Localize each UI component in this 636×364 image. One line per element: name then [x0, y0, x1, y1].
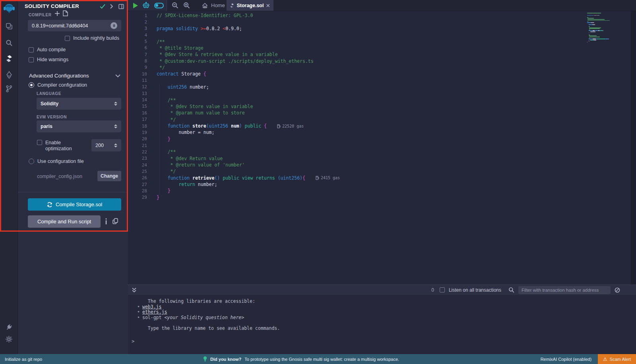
code-line[interactable]: 26 function retrieve() public view retur… [128, 175, 584, 181]
transaction-filter-input[interactable] [518, 286, 611, 294]
include-nightly-label: Include nightly builds [73, 35, 119, 41]
code-editor[interactable]: 1// SPDX-License-Identifier: GPL-3.023pr… [128, 11, 636, 285]
compile-and-run-label: Compile and Run script [37, 219, 91, 225]
code-line[interactable]: 23 * @dev Return value [128, 155, 584, 162]
solidity-compiler-icon[interactable] [0, 52, 18, 65]
compiler-configuration-radio[interactable] [29, 82, 34, 88]
code-line[interactable]: 27 return number; [128, 181, 584, 188]
scam-alert-badge[interactable]: ⚠ Scam Alert [598, 354, 636, 364]
line-number: 2 [128, 19, 147, 25]
deploy-run-icon[interactable] [0, 68, 18, 81]
code-line[interactable]: 20 } [128, 136, 584, 142]
code-line[interactable]: 21 [128, 142, 584, 149]
search-icon[interactable] [0, 36, 18, 50]
clear-terminal-icon[interactable] [615, 287, 620, 293]
code-line[interactable]: 4 [128, 32, 584, 38]
code-line[interactable]: 12 uint256 number; [128, 84, 584, 90]
language-select[interactable]: Solidity [37, 98, 121, 110]
code-line[interactable]: 6 * @title Storage [128, 45, 584, 51]
compiler-version-select[interactable]: 0.8.19+commit.7dd6d404 [28, 20, 121, 31]
code-line[interactable]: 28 } [128, 188, 584, 194]
code-line[interactable]: 8 * @custom:dev-run-script ./scripts/dep… [128, 58, 584, 64]
code-line[interactable]: 5/** [128, 38, 584, 45]
terminal-link[interactable]: ethers.js [142, 309, 167, 315]
runs-spinner-icon[interactable] [114, 143, 117, 147]
copilot-status[interactable]: RemixAI Copilot (enabled) [541, 357, 591, 362]
tab-storage-sol[interactable]: Storage.sol [227, 0, 273, 11]
close-tab-icon[interactable] [266, 4, 270, 8]
terminal-link[interactable]: web3.js [142, 304, 161, 310]
code-line[interactable]: 25 */ [128, 168, 584, 174]
code-line[interactable]: 14 /** [128, 97, 584, 103]
settings-gear-icon[interactable] [0, 332, 18, 346]
editor-tab-bar: Home Storage.sol [128, 0, 636, 11]
terminal-line: •sol-gpt <your Solidity question here> [142, 315, 628, 321]
editor-zoom-controls: Home [167, 0, 225, 11]
code-line[interactable]: 18 function store(uint256 num) public {2… [128, 123, 584, 129]
code-line[interactable]: 7 * @dev Store & retrieve value in a var… [128, 51, 584, 58]
minimap[interactable] [587, 13, 630, 43]
evm-version-select[interactable]: paris [37, 120, 121, 132]
chevron-down-icon[interactable] [115, 74, 120, 77]
auto-compile-checkbox[interactable] [29, 47, 34, 52]
git-init-status[interactable]: Initialize as git repo [0, 357, 42, 362]
info-icon[interactable] [105, 218, 107, 225]
remix-logo[interactable] [0, 2, 18, 16]
line-number: 26 [128, 175, 147, 180]
use-config-file-row: Use configuration file [29, 159, 84, 164]
git-icon[interactable] [0, 82, 18, 95]
expand-terminal-icon[interactable] [132, 287, 137, 293]
line-number: 6 [128, 45, 147, 50]
hide-warnings-checkbox[interactable] [29, 57, 34, 62]
optimization-runs-input[interactable]: 200 [91, 139, 121, 151]
evm-version-value: paris [41, 124, 114, 129]
code-line[interactable]: 2 [128, 19, 584, 25]
code-line[interactable]: 17 */ [128, 116, 584, 123]
did-you-know-tip: Did you know? To prototype using the Gno… [203, 356, 399, 362]
copilot-toggle[interactable] [154, 3, 164, 8]
terminal-output[interactable]: The following libraries are accessible:•… [142, 299, 628, 331]
code-line[interactable]: 10contract Storage { [128, 71, 584, 77]
code-line[interactable]: 3pragma solidity >=0.8.2 <0.9.0; [128, 25, 584, 32]
listen-transactions-checkbox[interactable] [440, 287, 445, 292]
file-explorer-icon[interactable] [0, 19, 18, 33]
code-line[interactable]: 24 * @return value of 'number' [128, 162, 584, 168]
line-number: 9 [128, 65, 147, 70]
code-line[interactable]: 15 * @dev Store value in variable [128, 103, 584, 110]
plugin-manager-icon[interactable] [0, 320, 18, 334]
terminal-search-icon[interactable] [508, 287, 514, 293]
compile-and-run-button[interactable]: Compile and Run script [28, 215, 101, 228]
run-script-play-button[interactable] [133, 3, 138, 8]
evm-version-label: EVM VERSION [37, 115, 67, 119]
warning-icon: ⚠ [603, 356, 607, 362]
enable-optimization-checkbox[interactable] [37, 140, 42, 145]
code-line[interactable]: 16 * @param num value to store [128, 110, 584, 116]
compile-button[interactable]: Compile Storage.sol [28, 198, 121, 211]
code-line[interactable]: 29} [128, 194, 584, 201]
use-config-file-radio[interactable] [29, 159, 34, 164]
code-line[interactable]: 13 [128, 90, 584, 97]
code-line[interactable]: 11 [128, 77, 584, 83]
editor-scrollbar[interactable] [631, 11, 636, 285]
recompile-icon [47, 202, 52, 207]
home-tab[interactable]: Home [202, 2, 225, 8]
line-number: 8 [128, 58, 147, 64]
code-line[interactable]: 19 number = num; [128, 129, 584, 136]
zoom-in-icon[interactable] [183, 2, 190, 9]
code-line[interactable]: 22 /** [128, 149, 584, 155]
chevron-right-icon[interactable] [110, 4, 113, 9]
ai-robot-icon[interactable] [142, 2, 150, 9]
compiler-section-label: COMPILER [29, 13, 52, 17]
change-config-button[interactable]: Change [97, 171, 121, 181]
pin-panel-icon[interactable] [118, 4, 124, 9]
code-line[interactable]: 1// SPDX-License-Identifier: GPL-3.0 [128, 12, 584, 19]
terminal-prompt[interactable]: > [132, 339, 134, 344]
copy-icon[interactable] [112, 218, 118, 224]
open-compiler-file-icon[interactable] [63, 10, 68, 16]
code-line[interactable]: 9 */ [128, 64, 584, 71]
compiler-version-value: 0.8.19+commit.7dd6d404 [32, 23, 111, 29]
include-nightly-checkbox[interactable] [65, 36, 70, 41]
add-compiler-icon[interactable] [54, 11, 60, 16]
advanced-configurations-header[interactable]: Advanced Configurations [29, 73, 89, 79]
zoom-out-icon[interactable] [172, 2, 178, 9]
